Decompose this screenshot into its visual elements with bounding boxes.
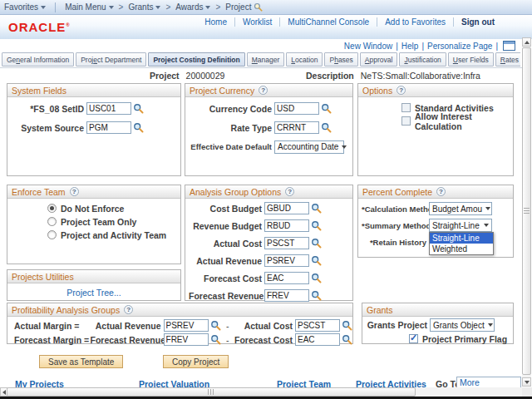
lookup-icon[interactable] <box>311 203 322 214</box>
breadcrumb-item-awards[interactable]: Awards <box>171 2 214 12</box>
scroll-up-button[interactable] <box>522 37 531 47</box>
project-primary-flag-checkbox[interactable] <box>409 334 418 343</box>
grants-label: Grants <box>128 2 153 12</box>
new-window-link[interactable]: New Window <box>344 42 392 51</box>
project-header-row: Project 20000029 Description NeTS:Small:… <box>0 71 522 82</box>
rate-type-input[interactable] <box>274 121 319 134</box>
home-link[interactable]: Home <box>197 17 235 27</box>
system-source-input[interactable] <box>86 121 131 134</box>
dropdown-option-straight-line[interactable]: Straight-Line <box>430 233 493 244</box>
grants-project-row: Grants Project Grants Object <box>366 318 513 332</box>
actual-revenue-label: Actual Revenue <box>189 256 262 266</box>
horizontal-scrollbar-thumb[interactable] <box>7 387 416 397</box>
tab-phases[interactable]: Phases <box>324 52 357 66</box>
lookup-icon[interactable] <box>311 255 322 266</box>
breadcrumb-item-project[interactable]: Project <box>221 2 267 12</box>
tab-rates[interactable]: Rates <box>495 52 520 66</box>
lookup-icon[interactable] <box>321 122 332 133</box>
tab-user-fields[interactable]: User Fields <box>448 52 494 66</box>
lookup-icon[interactable] <box>311 220 322 231</box>
forecast-margin-row: Forecast Margin = Forecast Revenue - For… <box>14 333 352 346</box>
help-link[interactable]: Help <box>401 42 419 51</box>
header-links: Home Worklist MultiChannel Console Add t… <box>197 17 502 27</box>
project-tree-link[interactable]: Project Tree... <box>66 288 121 298</box>
lookup-icon[interactable] <box>311 290 322 301</box>
tab-project-costing-definition[interactable]: Project Costing Definition <box>148 52 244 66</box>
lookup-icon[interactable] <box>133 122 144 133</box>
lookup-icon[interactable] <box>133 103 144 114</box>
tab-manager[interactable]: Manager <box>247 52 285 66</box>
setid-input[interactable] <box>86 102 131 115</box>
help-icon[interactable] <box>285 187 294 196</box>
project-activity-team-row: Project and Activity Team <box>47 229 180 240</box>
revenue-budget-input[interactable] <box>264 219 309 232</box>
effective-date-default-select[interactable]: Accounting Date <box>274 140 344 154</box>
project-team-only-radio[interactable] <box>47 217 57 226</box>
lookup-icon[interactable] <box>311 238 322 249</box>
chevron-down-icon <box>205 6 210 9</box>
project-primary-flag-label: Project Primary Flag <box>422 334 507 344</box>
breadcrumb-item-grants[interactable]: Grants <box>124 2 165 12</box>
copy-project-button[interactable]: Copy Project <box>163 355 229 368</box>
actual-margin-label: Actual Margin = <box>14 321 91 331</box>
link-separator <box>396 42 398 51</box>
breadcrumb-item-main-menu[interactable]: Main Menu <box>61 2 117 12</box>
tab-approval[interactable]: Approval <box>360 52 398 66</box>
multichannel-console-link[interactable]: MultiChannel Console <box>280 17 377 27</box>
tab-general-information[interactable]: General Information <box>2 52 74 66</box>
save-as-template-button[interactable]: Save as Template <box>39 355 123 368</box>
forecast-revenue-input[interactable] <box>264 289 309 302</box>
projects-utilities-box: Projects Utilities Project Tree... <box>7 269 181 301</box>
help-icon[interactable] <box>124 305 133 314</box>
help-icon[interactable] <box>397 86 406 95</box>
favorites-menu[interactable]: Favorites <box>0 2 50 12</box>
vertical-scrollbar-thumb[interactable] <box>522 47 531 375</box>
lookup-icon[interactable] <box>210 334 221 345</box>
actual-margin-row: Actual Margin = Actual Revenue - Actual … <box>14 319 352 332</box>
cost-budget-input[interactable] <box>264 202 309 214</box>
worklist-link[interactable]: Worklist <box>235 17 280 27</box>
lookup-icon[interactable] <box>342 334 352 345</box>
actual-revenue-input[interactable] <box>164 319 209 332</box>
personalize-layout-icon[interactable] <box>503 41 515 51</box>
tab-location[interactable]: Location <box>286 52 323 66</box>
minus-operator: - <box>221 321 234 331</box>
lookup-icon[interactable] <box>342 320 352 331</box>
tab-project-department[interactable]: Project Department <box>76 52 146 66</box>
forecast-cost-input[interactable] <box>264 272 309 284</box>
search-icon[interactable] <box>254 2 263 12</box>
help-icon[interactable] <box>436 187 446 196</box>
tab-justification[interactable]: Justification <box>399 52 446 66</box>
currency-code-input[interactable] <box>274 102 319 115</box>
lookup-icon[interactable] <box>321 103 332 114</box>
forecast-revenue-input[interactable] <box>164 333 209 346</box>
help-icon[interactable] <box>259 86 268 95</box>
allow-interest-checkbox[interactable] <box>401 116 411 126</box>
actual-cost-input[interactable] <box>295 319 340 332</box>
dropdown-option-weighted[interactable]: Weighted <box>430 244 493 254</box>
project-team-only-row: Project Team Only <box>47 216 180 227</box>
personalize-page-link[interactable]: Personalize Page <box>427 42 492 51</box>
select-value: Budget Amou <box>432 204 482 214</box>
actual-revenue-input[interactable] <box>264 254 309 267</box>
summary-method-select[interactable]: Straight-Line <box>429 219 492 232</box>
chevron-down-icon <box>109 6 114 9</box>
scroll-down-button[interactable] <box>522 377 531 387</box>
profitability-header: Profitability Analysis Groups <box>7 303 352 317</box>
scrollbar-grip-icon <box>208 389 214 395</box>
options-header: Options <box>358 84 513 97</box>
enforce-team-box: Enforce Team Do Not Enforce Project Team… <box>7 185 181 264</box>
lookup-icon[interactable] <box>210 320 221 331</box>
projects-utilities-header: Projects Utilities <box>7 270 180 283</box>
grants-project-select[interactable]: Grants Object <box>430 318 495 332</box>
help-icon[interactable] <box>70 187 79 196</box>
do-not-enforce-radio[interactable] <box>47 204 57 213</box>
calculation-method-select[interactable]: Budget Amou <box>429 202 492 215</box>
lookup-icon[interactable] <box>311 273 322 283</box>
project-activity-team-radio[interactable] <box>47 230 57 239</box>
sign-out-link[interactable]: Sign out <box>454 17 502 27</box>
add-to-favorites-link[interactable]: Add to Favorites <box>377 17 454 27</box>
actual-cost-input[interactable] <box>264 237 309 249</box>
forecast-cost-input[interactable] <box>295 333 340 346</box>
standard-activities-checkbox[interactable] <box>401 103 411 112</box>
